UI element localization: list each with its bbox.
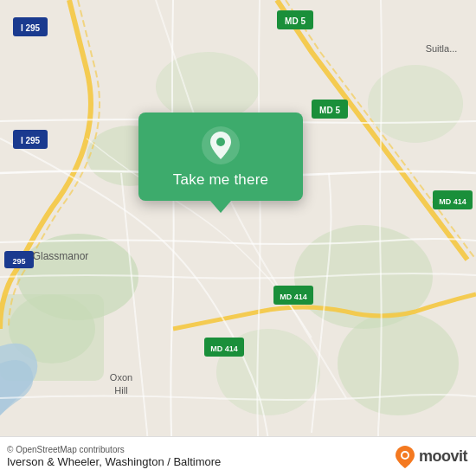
svg-text:Suitla...: Suitla... <box>426 43 458 54</box>
map-container: I 295 I 295 295 MD 5 MD 5 MD 414 MD 414 … <box>0 0 476 476</box>
popup-card[interactable]: Take me there <box>138 113 303 201</box>
svg-text:MD 414: MD 414 <box>210 344 238 353</box>
svg-text:295: 295 <box>12 257 25 266</box>
svg-text:MD 414: MD 414 <box>439 197 466 206</box>
svg-text:I 295: I 295 <box>21 136 41 145</box>
moovit-logo: moovit <box>396 446 467 468</box>
svg-text:MD 414: MD 414 <box>280 293 307 301</box>
svg-point-8 <box>156 52 260 121</box>
take-me-there-button[interactable]: Take me there <box>173 171 268 189</box>
svg-text:Hill: Hill <box>114 385 127 396</box>
location-pin-icon <box>202 126 240 164</box>
svg-point-31 <box>216 138 225 146</box>
svg-text:Glassmanor: Glassmanor <box>33 250 89 262</box>
svg-text:MD 5: MD 5 <box>285 16 306 26</box>
bottom-bar: © OpenStreetMap contributors Iverson & W… <box>0 436 476 476</box>
attribution-text: © OpenStreetMap contributors <box>7 445 221 454</box>
moovit-logo-text: moovit <box>419 447 467 466</box>
svg-text:I 295: I 295 <box>21 23 41 33</box>
bottom-bar-info: © OpenStreetMap contributors Iverson & W… <box>7 445 221 468</box>
svg-text:Oxon: Oxon <box>110 372 132 383</box>
svg-point-5 <box>338 312 459 415</box>
svg-point-33 <box>402 453 408 458</box>
map-background: I 295 I 295 295 MD 5 MD 5 MD 414 MD 414 … <box>0 0 476 476</box>
svg-text:MD 5: MD 5 <box>319 106 340 115</box>
location-title: Iverson & Wheeler, Washington / Baltimor… <box>7 455 221 468</box>
moovit-pin-icon <box>396 446 415 468</box>
